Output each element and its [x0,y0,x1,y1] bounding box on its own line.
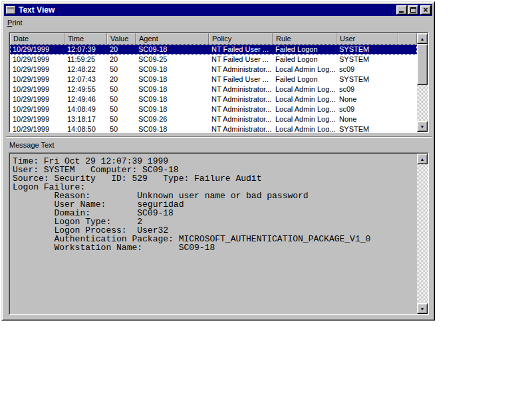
scroll-up-icon: ▲ [420,157,425,162]
titlebar[interactable]: Text View × [4,4,432,16]
table-cell: sc09 [336,65,398,74]
table-cell: 10/29/1999 [10,114,65,124]
table-row[interactable]: 10/29/199912:49:4650SC09-18NT Administra… [10,94,417,104]
scroll-down-icon: ▼ [420,307,425,311]
scroll-up-button[interactable]: ▲ [417,154,428,164]
menu-bar: Print [4,17,432,29]
table-cell: 20 [107,55,136,65]
message-text-label: Message Text [9,141,55,149]
table-cell: Local Admin Log... [273,114,336,124]
table-cell: Failed Logon [273,45,336,55]
table-cell: SC09-26 [136,114,209,124]
scroll-down-button[interactable]: ▼ [417,121,428,132]
column-header-policy[interactable]: Policy [209,33,273,45]
table-row[interactable]: 10/29/199912:07:4320SC09-18NT Failed Use… [10,74,417,84]
close-button[interactable]: × [420,5,431,15]
list-header: DateTimeValueAgentPolicyRuleUser [10,33,417,45]
table-cell: 50 [107,94,136,104]
column-header-user[interactable]: User [336,33,398,45]
table-cell: 14:08:50 [65,124,107,132]
column-header-value[interactable]: Value [107,33,136,45]
message-text-panel[interactable]: Time: Fri Oct 29 12:07:39 1999 User: SYS… [9,152,429,315]
table-cell: SYSTEM [336,45,398,55]
table-cell: 12:48:22 [65,65,107,74]
table-cell: 50 [107,124,136,132]
table-cell: Failed Logon [273,55,336,65]
column-header-date[interactable]: Date [10,33,65,45]
scrollbar-thumb[interactable] [417,44,428,85]
table-row[interactable]: 10/29/199912:49:5550SC09-18NT Administra… [10,84,417,94]
close-icon: × [423,7,428,13]
table-cell: NT Administrator... [209,84,273,94]
maximize-icon [410,7,416,13]
table-cell: SC09-18 [136,65,209,74]
scroll-up-button[interactable]: ▲ [417,33,428,44]
table-cell: 12:49:46 [65,94,107,104]
table-row[interactable]: 10/29/199912:48:2250SC09-18NT Administra… [10,65,417,74]
horizontal-separator [6,136,432,138]
message-text-body: Time: Fri Oct 29 12:07:39 1999 User: SYS… [10,154,417,314]
window-system-icon[interactable] [6,6,15,14]
table-row[interactable]: 10/29/199911:59:2520SC09-25NT Failed Use… [10,55,417,65]
table-cell: Local Admin Log... [273,104,336,114]
column-header-time[interactable]: Time [65,33,107,45]
table-cell: SC09-18 [136,124,209,132]
message-vertical-scrollbar[interactable]: ▲ ▼ [417,154,428,314]
list-rows: 10/29/199912:07:3920SC09-18NT Failed Use… [10,45,417,132]
table-cell: SC09-18 [136,84,209,94]
table-cell: SC09-25 [136,55,209,65]
table-row[interactable]: 10/29/199914:08:4950SC09-18NT Administra… [10,104,417,114]
table-cell: NT Administrator... [209,104,273,114]
minimize-button[interactable] [396,5,407,15]
table-cell: SYSTEM [336,55,398,65]
table-cell: SYSTEM [336,124,398,132]
column-header-rule[interactable]: Rule [273,33,336,45]
event-list: DateTimeValueAgentPolicyRuleUser 10/29/1… [9,32,429,133]
list-vertical-scrollbar[interactable]: ▲ ▼ [417,33,428,132]
table-cell: 12:49:55 [65,84,107,94]
table-cell: sc09 [336,84,398,94]
table-cell: SC09-18 [136,104,209,114]
table-cell: 50 [107,84,136,94]
scrollbar-track[interactable] [417,85,428,121]
table-cell: 10/29/1999 [10,84,65,94]
table-cell: 10/29/1999 [10,45,65,55]
table-cell: Local Admin Log... [273,124,336,132]
table-cell: Local Admin Log... [273,94,336,104]
message-text-content: Time: Fri Oct 29 12:07:39 1999 User: SYS… [10,154,417,252]
table-cell: sc09 [336,104,398,114]
table-cell: 12:07:39 [65,45,107,55]
table-cell: 10/29/1999 [10,65,65,74]
table-cell: SYSTEM [336,74,398,84]
scroll-up-icon: ▲ [420,37,425,41]
maximize-button[interactable] [408,5,418,15]
table-cell: 20 [107,74,136,84]
table-cell: 10/29/1999 [10,55,65,65]
column-header-stub [398,33,417,45]
table-cell: NT Failed User ... [209,55,273,65]
table-cell: 50 [107,65,136,74]
table-cell: 11:59:25 [65,55,107,65]
text-view-window: Text View × Print DateTimeValueAgentPoli… [1,1,435,321]
table-row[interactable]: 10/29/199914:08:5050SC09-18NT Administra… [10,124,417,132]
table-row[interactable]: 10/29/199912:07:3920SC09-18NT Failed Use… [10,45,417,55]
table-cell: Local Admin Log... [273,65,336,74]
table-cell: 10/29/1999 [10,94,65,104]
table-cell: 20 [107,45,136,55]
table-cell: 13:18:17 [65,114,107,124]
table-cell: SC09-18 [136,45,209,55]
menu-item-print[interactable]: Print [4,17,27,28]
table-cell: NT Administrator... [209,65,273,74]
scroll-down-icon: ▼ [420,124,425,129]
column-header-agent[interactable]: Agent [136,33,209,45]
scroll-down-button[interactable]: ▼ [417,303,428,314]
table-cell: None [336,94,398,104]
table-cell: 50 [107,114,136,124]
table-row[interactable]: 10/29/199913:18:1750SC09-26NT Administra… [10,114,417,124]
scrollbar-track[interactable] [417,164,428,303]
table-cell: NT Administrator... [209,114,273,124]
event-list-body: DateTimeValueAgentPolicyRuleUser 10/29/1… [10,33,417,132]
table-cell: 10/29/1999 [10,74,65,84]
table-cell: NT Failed User ... [209,74,273,84]
table-cell: 10/29/1999 [10,124,65,132]
